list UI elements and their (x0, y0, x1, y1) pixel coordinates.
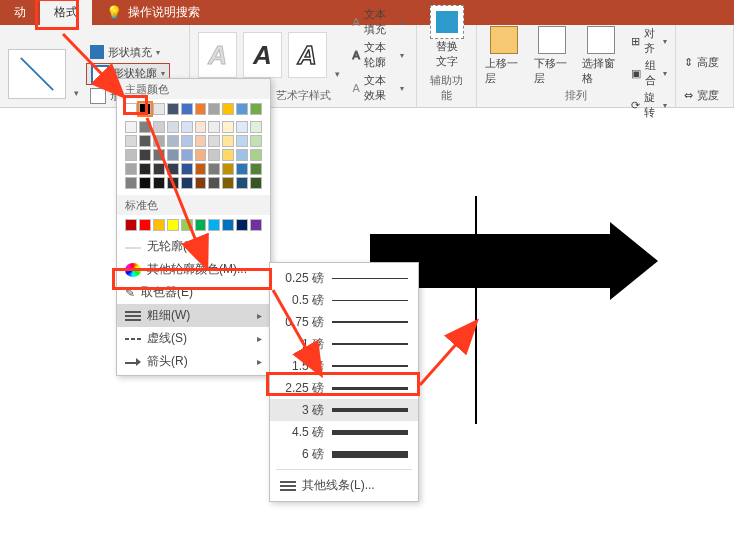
color-swatch[interactable] (181, 149, 193, 161)
color-swatch[interactable] (195, 121, 207, 133)
color-swatch[interactable] (250, 177, 262, 189)
color-swatch[interactable] (208, 219, 220, 231)
color-swatch[interactable] (222, 121, 234, 133)
color-swatch[interactable] (236, 163, 248, 175)
wordart-sample-1[interactable]: A (198, 32, 237, 78)
weight-option[interactable]: 6 磅 (270, 443, 418, 465)
chevron-down-icon[interactable]: ▾ (70, 89, 82, 98)
weight-item[interactable]: 粗细(W) ▸ (117, 304, 270, 327)
color-swatch[interactable] (222, 163, 234, 175)
color-swatch[interactable] (208, 135, 220, 147)
color-swatch[interactable] (153, 163, 165, 175)
color-swatch[interactable] (139, 121, 151, 133)
color-swatch[interactable] (125, 177, 137, 189)
wordart-sample-2[interactable]: A (243, 32, 282, 78)
color-swatch[interactable] (181, 103, 193, 115)
more-lines-item[interactable]: 其他线条(L)... (270, 474, 418, 497)
color-swatch[interactable] (153, 103, 165, 115)
color-swatch[interactable] (195, 149, 207, 161)
color-swatch[interactable] (139, 149, 151, 161)
weight-option[interactable]: 4.5 磅 (270, 421, 418, 443)
color-swatch[interactable] (139, 219, 151, 231)
chevron-down-icon[interactable]: ▾ (161, 69, 165, 78)
color-swatch[interactable] (167, 103, 179, 115)
eyedropper-item[interactable]: ✎ 取色器(E) (117, 281, 270, 304)
text-fill-button[interactable]: A 文本填充▾ (349, 6, 409, 38)
weight-option[interactable]: 0.5 磅 (270, 289, 418, 311)
no-outline-item[interactable]: 无轮廓(N) (117, 235, 270, 258)
color-swatch[interactable] (125, 163, 137, 175)
weight-option[interactable]: 1.5 磅 (270, 355, 418, 377)
color-swatch[interactable] (195, 177, 207, 189)
weight-option[interactable]: 0.25 磅 (270, 267, 418, 289)
color-swatch[interactable] (125, 219, 137, 231)
selection-pane-button[interactable]: 选择窗格 (582, 26, 618, 86)
color-swatch[interactable] (195, 135, 207, 147)
color-swatch[interactable] (139, 177, 151, 189)
color-swatch[interactable] (125, 121, 137, 133)
color-swatch[interactable] (125, 149, 137, 161)
color-swatch[interactable] (208, 149, 220, 161)
color-swatch[interactable] (236, 149, 248, 161)
color-swatch[interactable] (167, 219, 179, 231)
color-swatch[interactable] (208, 121, 220, 133)
color-swatch[interactable] (222, 135, 234, 147)
tab-prev-fragment[interactable]: 动 (0, 0, 40, 25)
color-swatch[interactable] (181, 135, 193, 147)
shape-style-preview[interactable] (8, 49, 66, 99)
weight-option[interactable]: 2.25 磅 (270, 377, 418, 399)
color-swatch[interactable] (181, 219, 193, 231)
color-swatch[interactable] (195, 219, 207, 231)
color-swatch[interactable] (153, 121, 165, 133)
color-swatch[interactable] (125, 103, 137, 115)
color-swatch[interactable] (222, 177, 234, 189)
color-swatch[interactable] (250, 149, 262, 161)
wordart-sample-3[interactable]: A (288, 32, 327, 78)
color-swatch[interactable] (181, 163, 193, 175)
color-swatch[interactable] (236, 121, 248, 133)
color-swatch[interactable] (250, 219, 262, 231)
color-swatch[interactable] (167, 163, 179, 175)
color-swatch[interactable] (167, 135, 179, 147)
color-swatch[interactable] (139, 103, 151, 115)
color-swatch[interactable] (208, 177, 220, 189)
color-swatch[interactable] (153, 149, 165, 161)
color-swatch[interactable] (208, 103, 220, 115)
color-swatch[interactable] (250, 103, 262, 115)
color-swatch[interactable] (236, 219, 248, 231)
color-swatch[interactable] (167, 121, 179, 133)
tab-format[interactable]: 格式 (40, 0, 92, 25)
color-swatch[interactable] (167, 149, 179, 161)
weight-option[interactable]: 3 磅 (270, 399, 418, 421)
chevron-down-icon[interactable]: ▾ (156, 48, 160, 57)
color-swatch[interactable] (139, 135, 151, 147)
color-swatch[interactable] (181, 121, 193, 133)
chevron-down-icon[interactable]: ▾ (333, 70, 343, 79)
dashes-item[interactable]: 虚线(S) ▸ (117, 327, 270, 350)
color-swatch[interactable] (153, 219, 165, 231)
more-colors-item[interactable]: 其他轮廓颜色(M)... (117, 258, 270, 281)
color-swatch[interactable] (236, 135, 248, 147)
color-swatch[interactable] (250, 121, 262, 133)
color-swatch[interactable] (250, 135, 262, 147)
group-button[interactable]: ▣组合▾ (631, 58, 667, 88)
send-backward-button[interactable]: 下移一层 (534, 26, 570, 86)
color-swatch[interactable] (153, 135, 165, 147)
color-swatch[interactable] (208, 163, 220, 175)
arrows-item[interactable]: 箭头(R) ▸ (117, 350, 270, 373)
color-swatch[interactable] (222, 219, 234, 231)
alt-text-icon[interactable] (430, 5, 464, 39)
color-swatch[interactable] (195, 163, 207, 175)
color-swatch[interactable] (236, 103, 248, 115)
weight-option[interactable]: 1 磅 (270, 333, 418, 355)
tell-me[interactable]: 💡 操作说明搜索 (92, 4, 214, 21)
shape-fill-button[interactable]: 形状填充 ▾ (86, 44, 170, 61)
weight-option[interactable]: 0.75 磅 (270, 311, 418, 333)
color-swatch[interactable] (222, 149, 234, 161)
color-swatch[interactable] (153, 177, 165, 189)
color-swatch[interactable] (125, 135, 137, 147)
color-swatch[interactable] (222, 103, 234, 115)
color-swatch[interactable] (236, 177, 248, 189)
color-swatch[interactable] (250, 163, 262, 175)
color-swatch[interactable] (181, 177, 193, 189)
